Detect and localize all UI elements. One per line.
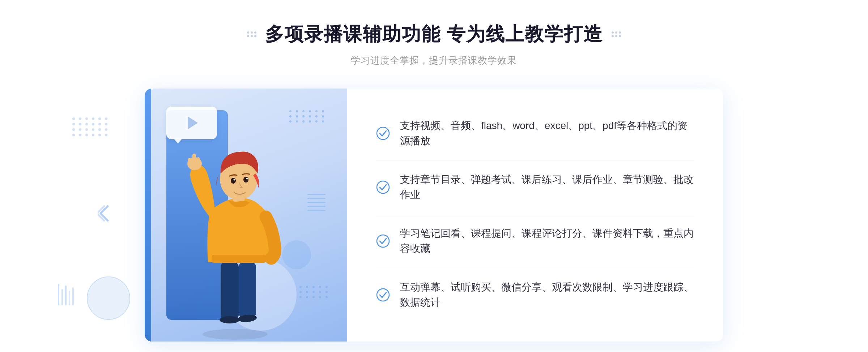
page-title: 多项录播课辅助功能 专为线上教学打造 — [265, 22, 603, 47]
svg-rect-7 — [192, 154, 196, 164]
dot — [619, 31, 621, 34]
dot — [299, 291, 302, 293]
dot — [319, 296, 321, 298]
svg-rect-9 — [188, 158, 191, 165]
dot — [79, 128, 81, 131]
dot — [322, 115, 324, 117]
dot — [251, 35, 253, 37]
dot — [92, 134, 94, 136]
stripe-line — [307, 202, 326, 203]
header-decoration-left — [247, 31, 256, 37]
dot — [105, 134, 107, 136]
dot — [299, 296, 302, 298]
dot — [92, 123, 94, 125]
svg-point-13 — [243, 177, 248, 183]
dot — [302, 120, 305, 123]
svg-point-16 — [377, 127, 389, 139]
v-line — [58, 284, 59, 305]
dot — [98, 123, 101, 125]
header-title-row: 多项录播课辅助功能 专为线上教学打造 — [247, 22, 621, 47]
dot — [319, 291, 321, 293]
dot — [98, 117, 101, 120]
dot — [299, 286, 302, 288]
dot — [322, 110, 324, 112]
svg-rect-2 — [239, 262, 256, 318]
dot — [92, 117, 94, 120]
dot — [254, 31, 256, 34]
dot — [79, 134, 81, 136]
vertical-accent-bar — [145, 89, 151, 342]
svg-point-19 — [377, 289, 389, 301]
dot — [312, 286, 315, 288]
svg-point-12 — [231, 178, 236, 184]
page-subtitle: 学习进度全掌握，提升录播课教学效果 — [247, 54, 621, 67]
features-panel: 支持视频、音频、flash、word、excel、ppt、pdf等各种格式的资源… — [347, 89, 723, 342]
dot — [79, 123, 81, 125]
dot — [619, 35, 621, 37]
play-icon — [188, 116, 198, 129]
v-line — [72, 287, 74, 305]
dot — [306, 296, 308, 298]
dot — [306, 286, 308, 288]
feature-item-2: 支持章节目录、弹题考试、课后练习、课后作业、章节测验、批改作业 — [376, 160, 694, 214]
stripe-line — [307, 210, 326, 211]
header-decoration-right — [612, 31, 621, 37]
stripe-line — [307, 206, 326, 207]
person-illustration — [174, 110, 297, 342]
feature-text-2: 支持章节目录、弹题考试、课后练习、课后作业、章节测验、批改作业 — [400, 172, 694, 202]
dot — [322, 120, 324, 123]
dot-grid-bottom-right — [299, 286, 329, 298]
svg-rect-5 — [212, 255, 266, 263]
dot — [72, 123, 75, 125]
dot — [315, 120, 318, 123]
check-icon-4 — [376, 288, 390, 302]
dot — [326, 296, 328, 298]
dot — [309, 120, 311, 123]
main-area: 支持视频、音频、flash、word、excel、ppt、pdf等各种格式的资源… — [145, 89, 723, 342]
dot — [315, 115, 318, 117]
dot — [251, 31, 253, 34]
header-dots-right — [612, 31, 621, 37]
page-container: 多项录播课辅助功能 专为线上教学打造 学习进度全掌握，提升录播课教学效果 — [0, 0, 868, 352]
dot — [85, 134, 88, 136]
dot — [302, 115, 305, 117]
dot — [85, 128, 88, 131]
check-icon-2 — [376, 180, 390, 194]
svg-point-17 — [377, 181, 389, 193]
dot — [72, 134, 75, 136]
dot — [615, 31, 617, 34]
dot — [615, 35, 617, 37]
dot — [302, 110, 305, 112]
dot — [309, 110, 311, 112]
dot — [312, 296, 315, 298]
illustration-card — [145, 89, 347, 342]
svg-rect-8 — [197, 157, 200, 165]
v-line — [61, 289, 63, 305]
feature-item-3: 学习笔记回看、课程提问、课程评论打分、课件资料下载，重点内容收藏 — [376, 214, 694, 268]
dot — [105, 128, 107, 131]
stripe-line — [307, 194, 326, 195]
dot — [326, 286, 328, 288]
dot — [247, 31, 249, 34]
feature-text-4: 互动弹幕、试听购买、微信分享、观看次数限制、学习进度跟踪、数据统计 — [400, 280, 694, 310]
header-dots-left — [247, 31, 256, 37]
dot — [105, 123, 107, 125]
dot — [105, 117, 107, 120]
check-icon-3 — [376, 234, 390, 248]
stripe-lines-decoration — [307, 194, 326, 211]
dot — [72, 128, 75, 131]
dot — [326, 291, 328, 293]
dot — [319, 286, 321, 288]
dot — [85, 117, 88, 120]
feature-text-3: 学习笔记回看、课程提问、课程评论打分、课件资料下载，重点内容收藏 — [400, 226, 694, 256]
svg-point-0 — [203, 329, 268, 340]
feature-item-1: 支持视频、音频、flash、word、excel、ppt、pdf等各种格式的资源… — [376, 107, 694, 160]
dot — [315, 110, 318, 112]
dot — [79, 117, 81, 120]
feature-item-4: 互动弹幕、试听购买、微信分享、观看次数限制、学习进度跟踪、数据统计 — [376, 268, 694, 322]
svg-point-14 — [234, 179, 235, 181]
dot — [85, 123, 88, 125]
speech-bubble-tail — [174, 138, 182, 143]
outer-dot-grid-top — [72, 117, 109, 136]
dot — [612, 31, 614, 34]
